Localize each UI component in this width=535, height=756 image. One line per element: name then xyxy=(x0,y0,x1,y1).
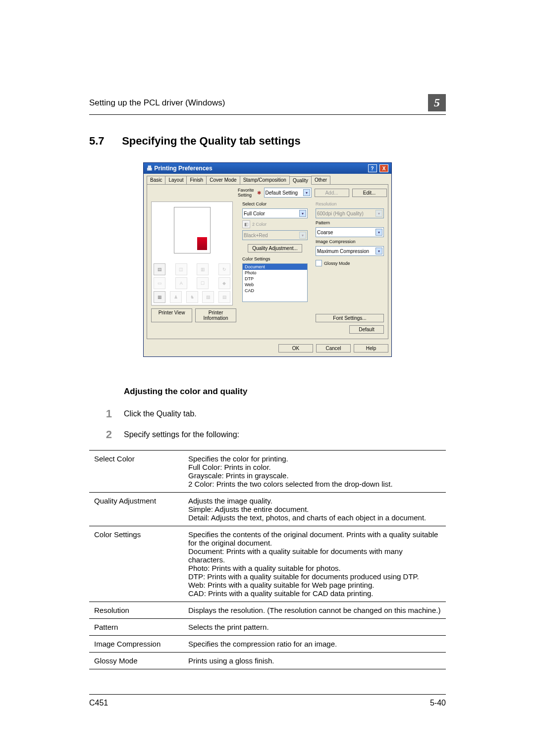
add-button[interactable]: Add... xyxy=(315,189,349,197)
edit-button[interactable]: Edit... xyxy=(352,189,387,197)
setting-name: Glossy Mode xyxy=(89,653,183,669)
glossy-mode-label: Glossy Mode xyxy=(324,261,350,266)
setting-description: Adjusts the image quality. Simple: Adjus… xyxy=(183,493,446,526)
pattern-label: Pattern xyxy=(316,220,384,225)
preview-icon-5[interactable]: ▭ xyxy=(154,277,165,289)
favorite-setting-label: Favorite Setting xyxy=(238,188,254,198)
two-color-value: Black+Red xyxy=(244,233,268,238)
list-item[interactable]: Photo xyxy=(243,270,307,276)
paper-preview xyxy=(174,207,211,253)
preview-icon-3[interactable]: ▥ xyxy=(197,263,209,275)
setting-name: Resolution xyxy=(89,602,183,619)
step-number: 1 xyxy=(89,408,112,419)
preview-icon-12[interactable]: ▧ xyxy=(202,291,214,303)
setting-name: Pattern xyxy=(89,619,183,636)
pattern-dropdown[interactable]: Coarse ▾ xyxy=(316,227,384,237)
footer-model: C451 xyxy=(89,699,108,707)
printer-view-button[interactable]: Printer View xyxy=(151,308,192,322)
step-number: 2 xyxy=(89,429,112,440)
tab-other[interactable]: Other xyxy=(311,176,330,184)
setting-description: Specifies the compression ratio for an i… xyxy=(183,636,446,653)
tab-stamp-composition[interactable]: Stamp/Composition xyxy=(240,176,290,184)
setting-name: Image Compression xyxy=(89,636,183,653)
chapter-number-badge: 5 xyxy=(428,94,446,111)
resolution-label: Resolution xyxy=(316,202,384,206)
running-head: Setting up the PCL driver (Windows) 5 xyxy=(89,94,446,115)
tab-finish[interactable]: Finish xyxy=(186,176,207,184)
preview-icon-4[interactable]: ↻ xyxy=(218,263,230,275)
preview-icon-1[interactable]: ▤ xyxy=(154,263,165,275)
preview-icon-8[interactable]: ◆ xyxy=(218,277,230,289)
printing-preferences-dialog: 🖶 Printing Preferences ? X Basic Layout … xyxy=(143,162,392,357)
preview-icon-2[interactable]: ◫ xyxy=(175,263,187,275)
tab-quality[interactable]: Quality xyxy=(289,176,312,185)
two-color-icon: ◧ xyxy=(242,220,250,228)
setting-description: Selects the print pattern. xyxy=(183,619,446,636)
image-compression-label: Image Compression xyxy=(316,239,384,244)
close-icon[interactable]: X xyxy=(379,164,388,172)
settings-table: Select ColorSpecifies the color for prin… xyxy=(89,450,446,669)
table-row: Glossy ModePrints using a gloss finish. xyxy=(89,653,446,669)
running-title: Setting up the PCL driver (Windows) xyxy=(89,98,225,108)
step-text: Click the Quality tab. xyxy=(124,408,197,418)
printer-icon: 🖶 xyxy=(147,165,153,172)
page-footer: C451 5-40 xyxy=(89,694,446,707)
chevron-down-icon: ▾ xyxy=(375,248,382,254)
setting-name: Quality Adjustment xyxy=(89,493,183,526)
preview-icon-9[interactable]: ▦ xyxy=(154,291,165,303)
subsection-heading: Adjusting the color and quality xyxy=(89,387,446,397)
table-row: Image CompressionSpecifies the compressi… xyxy=(89,636,446,653)
setting-name: Color Settings xyxy=(89,526,183,602)
tab-cover-mode[interactable]: Cover Mode xyxy=(206,176,240,184)
color-settings-listbox[interactable]: Document Photo DTP Web CAD xyxy=(242,263,308,302)
setting-name: Select Color xyxy=(89,451,183,493)
preview-icon-6[interactable]: A xyxy=(175,277,187,289)
dialog-title: Printing Preferences xyxy=(154,165,212,172)
glossy-mode-checkbox[interactable] xyxy=(316,260,322,266)
select-color-label: Select Color xyxy=(242,202,308,206)
list-item[interactable]: CAD xyxy=(243,288,307,294)
image-compression-dropdown[interactable]: Maximum Compression ▾ xyxy=(316,246,384,256)
gear-icon: ✱ xyxy=(257,190,261,196)
image-compression-value: Maximum Compression xyxy=(317,249,369,254)
preview-icon-13[interactable]: ▤ xyxy=(218,291,230,303)
select-color-dropdown[interactable]: Full Color ▾ xyxy=(242,208,308,218)
quality-adjustment-button[interactable]: Quality Adjustment... xyxy=(248,244,302,252)
pattern-value: Coarse xyxy=(317,230,333,235)
section-title-text: Specifying the Quality tab settings xyxy=(122,135,301,147)
cancel-button[interactable]: Cancel xyxy=(316,344,351,353)
font-settings-button[interactable]: Font Settings... xyxy=(316,314,384,322)
setting-description: Specifies the color for printing. Full C… xyxy=(183,451,446,493)
table-row: Quality AdjustmentAdjusts the image qual… xyxy=(89,493,446,526)
setting-description: Displays the resolution. (The resolution… xyxy=(183,602,446,619)
tab-basic[interactable]: Basic xyxy=(147,176,165,184)
table-row: Select ColorSpecifies the color for prin… xyxy=(89,451,446,493)
step-2: 2 Specify settings for the following: xyxy=(89,429,446,440)
printer-information-button[interactable]: Printer Information xyxy=(195,308,236,322)
table-row: ResolutionDisplays the resolution. (The … xyxy=(89,602,446,619)
footer-page: 5-40 xyxy=(430,699,446,707)
tab-panel-quality: Favorite Setting ✱ Default Setting ▾ Add… xyxy=(147,184,388,339)
table-row: PatternSelects the print pattern. xyxy=(89,619,446,636)
favorite-setting-value: Default Setting xyxy=(266,190,298,196)
help-icon[interactable]: ? xyxy=(368,164,377,172)
favorite-setting-dropdown[interactable]: Default Setting ▾ xyxy=(264,188,312,198)
list-item[interactable]: Document xyxy=(243,264,307,270)
list-item[interactable]: DTP xyxy=(243,276,307,282)
section-number: 5.7 xyxy=(89,135,119,148)
chevron-down-icon: ▾ xyxy=(303,189,310,196)
help-button[interactable]: Help xyxy=(354,344,388,353)
dialog-titlebar: 🖶 Printing Preferences ? X xyxy=(144,163,391,174)
ok-button[interactable]: OK xyxy=(278,344,313,353)
preview-icon-11[interactable]: ♞ xyxy=(186,291,198,303)
chevron-down-icon: ▾ xyxy=(375,229,382,236)
setting-description: Prints using a gloss finish. xyxy=(183,653,446,669)
resolution-dropdown: 600dpi (High Quality) ▾ xyxy=(316,208,384,218)
color-settings-label: Color Settings xyxy=(242,256,308,261)
tab-layout[interactable]: Layout xyxy=(165,176,187,184)
preview-icon-10[interactable]: ♟ xyxy=(170,291,182,303)
default-button[interactable]: Default xyxy=(349,325,384,334)
preview-icon-7[interactable]: ☐ xyxy=(197,277,209,289)
setting-description: Specifies the contents of the original d… xyxy=(183,526,446,602)
list-item[interactable]: Web xyxy=(243,282,307,288)
